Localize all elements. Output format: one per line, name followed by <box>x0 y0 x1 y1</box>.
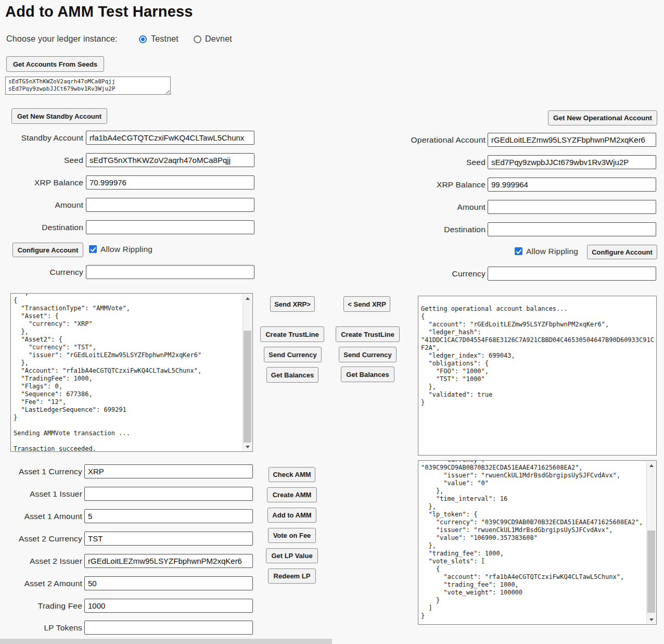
operational-allow-rippling-label: Allow Rippling <box>526 247 578 256</box>
standby-allow-rippling-label: Allow Rippling <box>100 245 152 254</box>
asset1-issuer-label: Asset 1 Issuer <box>4 489 82 499</box>
standby-allow-rippling-checkbox[interactable] <box>89 245 97 253</box>
partial-element-below-fold <box>0 639 332 644</box>
trading-fee-label: Trading Fee <box>4 601 82 611</box>
standby-destination-input[interactable] <box>86 220 254 234</box>
operational-results-textarea[interactable]: Getting operational account balances... … <box>418 296 657 456</box>
asset2-amount-input[interactable] <box>84 576 253 590</box>
standby-currency-label: Currency <box>5 268 83 277</box>
scrollbar-up-arrow-icon[interactable] <box>647 461 656 470</box>
scrollbar-thumb[interactable] <box>244 331 251 443</box>
asset2-issuer-label: Asset 2 Issuer <box>4 557 82 566</box>
seeds-textarea[interactable]: sEdTG5nXThKWZoV2aqrh47oMCa8Pqjj sEd7Pqy9… <box>5 77 171 95</box>
standby-results-textarea[interactable]: ", { "TransactionType": "AMMVote", "Asse… <box>10 293 253 452</box>
standby-xrp-balance-label: XRP Balance <box>5 178 83 187</box>
asset1-issuer-input[interactable] <box>84 487 253 501</box>
scrollbar-down-arrow-icon[interactable] <box>243 443 252 451</box>
standby-account-input[interactable] <box>86 131 254 145</box>
lp-tokens-input[interactable] <box>84 621 253 635</box>
send-xrp-to-operational-button[interactable]: Send XRP> <box>270 296 315 312</box>
add-to-amm-button[interactable]: Add to AMM <box>267 508 316 523</box>
get-new-standby-account-button[interactable]: Get New Standby Account <box>11 108 107 124</box>
operational-amount-label: Amount <box>381 203 486 212</box>
asset1-amount-label: Asset 1 Amount <box>4 512 82 521</box>
operational-destination-input[interactable] <box>488 222 656 236</box>
asset1-amount-input[interactable] <box>84 509 253 523</box>
standby-seed-label: Seed <box>5 156 83 165</box>
check-amm-button[interactable]: Check AMM <box>269 467 315 482</box>
page-title: Add to AMM Test Harness <box>5 3 193 20</box>
operational-xrp-balance-input[interactable] <box>488 178 656 192</box>
operational-account-input[interactable] <box>488 133 656 147</box>
asset2-currency-label: Asset 2 Currency <box>4 534 82 544</box>
operational-xrp-balance-label: XRP Balance <box>381 180 486 190</box>
operational-currency-input[interactable] <box>488 267 656 281</box>
amm-results-scrollbar[interactable] <box>646 461 656 624</box>
operational-seed-input[interactable] <box>488 155 656 169</box>
scrollbar-thumb[interactable] <box>647 531 655 613</box>
operational-send-currency-button[interactable]: Send Currency <box>339 347 397 362</box>
operational-allow-rippling-checkbox[interactable] <box>515 247 522 255</box>
amm-test-harness-page: Add to AMM Test Harness Choose your ledg… <box>0 0 664 644</box>
amm-results-textarea[interactable]: "currency": "039C99CD9AB0B70B32ECDA51EAA… <box>418 460 657 625</box>
standby-account-label: Standby Account <box>5 133 83 143</box>
standby-currency-input[interactable] <box>86 265 254 279</box>
asset1-currency-label: Asset 1 Currency <box>4 467 82 476</box>
asset2-currency-input[interactable] <box>84 532 253 546</box>
standby-xrp-balance-input[interactable] <box>86 175 254 190</box>
operational-amount-input[interactable] <box>488 200 656 214</box>
standby-configure-account-button[interactable]: Configure Account <box>12 243 83 257</box>
get-new-operational-account-button[interactable]: Get New Operational Account <box>548 110 657 125</box>
get-accounts-from-seeds-button[interactable]: Get Accounts From Seeds <box>6 56 104 72</box>
standby-results-scrollbar[interactable] <box>242 294 252 451</box>
trading-fee-input[interactable] <box>84 599 253 613</box>
operational-currency-label: Currency <box>381 269 486 279</box>
create-amm-button[interactable]: Create AMM <box>267 487 317 502</box>
operational-create-trustline-button[interactable]: Create TrustLine <box>336 326 400 342</box>
operational-seed-label: Seed <box>381 158 486 167</box>
standby-amount-input[interactable] <box>86 198 254 212</box>
asset1-currency-input[interactable] <box>84 464 253 478</box>
standby-destination-label: Destination <box>5 223 83 232</box>
vote-on-fee-button[interactable]: Vote on Fee <box>268 528 316 543</box>
devnet-radio-label[interactable]: Devnet <box>205 34 232 44</box>
standby-send-currency-button[interactable]: Send Currency <box>264 347 322 362</box>
standby-amount-label: Amount <box>5 200 83 210</box>
devnet-radio[interactable] <box>194 35 201 43</box>
standby-get-balances-button[interactable]: Get Balances <box>266 367 318 383</box>
operational-configure-account-button[interactable]: Configure Account <box>587 245 657 259</box>
ledger-instance-label: Choose your ledger instance: <box>6 34 118 44</box>
standby-create-trustline-button[interactable]: Create TrustLine <box>260 326 324 342</box>
get-lp-value-button[interactable]: Get LP Value <box>266 548 318 563</box>
standby-seed-input[interactable] <box>86 153 254 167</box>
operational-destination-label: Destination <box>381 225 486 234</box>
scrollbar-up-arrow-icon[interactable] <box>243 294 252 302</box>
asset2-issuer-input[interactable] <box>84 554 253 568</box>
asset2-amount-label: Asset 2 Amount <box>4 579 82 588</box>
scrollbar-down-arrow-icon[interactable] <box>647 615 656 624</box>
testnet-radio-label[interactable]: Testnet <box>151 34 178 44</box>
lp-tokens-label: LP Tokens <box>4 623 82 633</box>
operational-account-label: Operational Account <box>381 135 486 145</box>
testnet-radio[interactable] <box>139 35 147 43</box>
redeem-lp-button[interactable]: Redeem LP <box>268 569 316 584</box>
operational-get-balances-button[interactable]: Get Balances <box>341 367 394 382</box>
send-xrp-to-standby-button[interactable]: < Send XRP <box>343 296 390 312</box>
